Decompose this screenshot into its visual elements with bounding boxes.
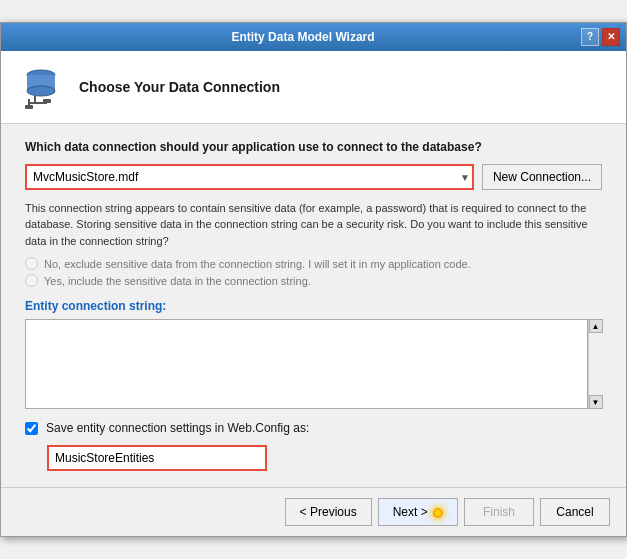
radio-yes-input[interactable] bbox=[25, 274, 38, 287]
entity-connection-box: ▲ ▼ bbox=[25, 319, 602, 409]
finish-button: Finish bbox=[464, 498, 534, 526]
entity-name-wrapper bbox=[47, 445, 602, 471]
scroll-up-icon[interactable]: ▲ bbox=[589, 319, 603, 333]
cancel-button[interactable]: Cancel bbox=[540, 498, 610, 526]
wizard-footer: < Previous Next > Finish Cancel bbox=[1, 487, 626, 536]
radio-no-label: No, exclude sensitive data from the conn… bbox=[44, 258, 471, 270]
scrollbar: ▲ ▼ bbox=[588, 319, 602, 409]
scroll-down-icon[interactable]: ▼ bbox=[589, 395, 603, 409]
save-checkbox[interactable] bbox=[25, 422, 38, 435]
radio-no-input[interactable] bbox=[25, 257, 38, 270]
previous-button[interactable]: < Previous bbox=[285, 498, 372, 526]
svg-rect-6 bbox=[25, 105, 33, 109]
close-button[interactable]: ✕ bbox=[602, 28, 620, 46]
connection-row: MvcMusicStore.mdf ▼ New Connection... bbox=[25, 164, 602, 190]
next-button[interactable]: Next > bbox=[378, 498, 458, 526]
entity-connection-content bbox=[25, 319, 588, 409]
connection-select[interactable]: MvcMusicStore.mdf bbox=[25, 164, 474, 190]
save-checkbox-row: Save entity connection settings in Web.C… bbox=[25, 421, 602, 435]
radio-yes-item: Yes, include the sensitive data in the c… bbox=[25, 274, 602, 287]
entity-name-input[interactable] bbox=[47, 445, 267, 471]
svg-rect-7 bbox=[43, 99, 51, 103]
new-connection-button[interactable]: New Connection... bbox=[482, 164, 602, 190]
wizard-content: Which data connection should your applic… bbox=[1, 124, 626, 488]
header-title: Choose Your Data Connection bbox=[79, 79, 280, 95]
save-checkbox-label: Save entity connection settings in Web.C… bbox=[46, 421, 309, 435]
svg-point-2 bbox=[27, 86, 55, 96]
entity-connection-label: Entity connection string: bbox=[25, 299, 602, 313]
window-title: Entity Data Model Wizard bbox=[25, 30, 581, 44]
wizard-header: Choose Your Data Connection bbox=[1, 51, 626, 124]
sensitive-data-note: This connection string appears to contai… bbox=[25, 200, 602, 250]
radio-group: No, exclude sensitive data from the conn… bbox=[25, 257, 602, 287]
radio-yes-label: Yes, include the sensitive data in the c… bbox=[44, 275, 311, 287]
radio-no-item: No, exclude sensitive data from the conn… bbox=[25, 257, 602, 270]
cursor-burst-icon bbox=[433, 508, 443, 518]
database-icon bbox=[17, 63, 65, 111]
wizard-window: Entity Data Model Wizard ? ✕ Choose Your… bbox=[0, 22, 627, 538]
title-controls: ? ✕ bbox=[581, 28, 620, 46]
connection-question: Which data connection should your applic… bbox=[25, 140, 602, 154]
connection-select-wrapper[interactable]: MvcMusicStore.mdf ▼ bbox=[25, 164, 474, 190]
title-bar: Entity Data Model Wizard ? ✕ bbox=[1, 23, 626, 51]
help-button[interactable]: ? bbox=[581, 28, 599, 46]
